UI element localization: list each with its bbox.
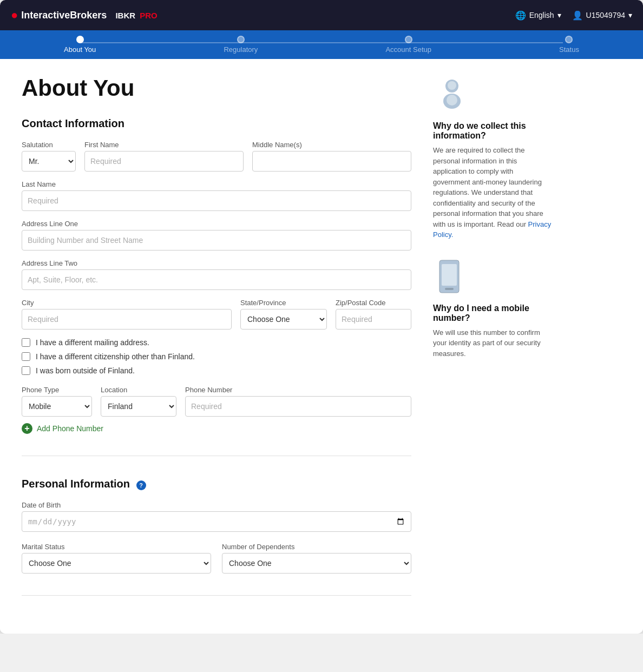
different-citizenship-checkbox[interactable] [22,352,30,361]
phone-number-input[interactable] [185,396,411,417]
phone-type-label: Phone Type [22,386,92,394]
phone-section: Phone Type Mobile Home Work Location Fin… [22,386,411,434]
dependents-group: Number of Dependents Choose One 0 1 2 3 … [222,543,411,574]
contact-section-title: Contact Information [22,117,411,130]
state-group: State/Province Choose One [240,299,327,330]
phone-icon [433,258,465,295]
page-title: About You [22,75,411,101]
user-label: U15049794 [586,11,625,19]
step-dot-status [565,36,573,43]
add-phone-icon: + [22,423,32,434]
sidebar-block1-text: We are required to collect the personal … [433,145,552,240]
sidebar-block1-title: Why do we collect this information? [433,121,552,141]
form-content: About You Contact Information Salutation… [22,75,411,617]
step-regulatory[interactable]: Regulatory [224,36,258,54]
lastname-group: Last Name [22,180,411,211]
dependents-label: Number of Dependents [222,543,411,551]
step-dot-about-you [76,36,84,43]
header-right: 🌐 English ▾ 👤 U15049794 ▾ [515,10,632,21]
dependents-select[interactable]: Choose One 0 1 2 3 4 5+ [222,553,411,574]
different-citizenship-label[interactable]: I have a different citizenship other tha… [36,352,195,361]
zip-group: Zip/Postal Code [336,299,411,330]
different-mailing-checkbox[interactable] [22,338,30,347]
progress-line [81,42,563,43]
dob-input[interactable] [22,511,411,532]
personal-section: Personal Information ? Date of Birth Mar… [22,478,411,596]
svg-point-2 [448,81,456,90]
name-row: Salutation Mr. Mrs. Ms. Dr. First Name [22,141,411,172]
svg-point-3 [447,95,457,106]
marital-dependents-row: Marital Status Choose One Single Married… [22,543,411,574]
step-label-status: Status [559,45,579,54]
lastname-input[interactable] [22,190,411,211]
add-phone-button[interactable]: + Add Phone Number [22,423,411,434]
dob-group: Date of Birth [22,501,411,532]
product-label: IBKR PRO [115,11,157,20]
sidebar-block-2: Why do I need a mobile number? We will u… [433,258,552,359]
checkboxes-group: I have a different mailing address. I ha… [22,338,411,375]
marital-group: Marital Status Choose One Single Married… [22,543,211,574]
city-state-zip-row: City State/Province Choose One Zip/Posta… [22,299,411,330]
salutation-select[interactable]: Mr. Mrs. Ms. Dr. [22,151,76,172]
personal-section-title: Personal Information ? [22,478,411,490]
step-status[interactable]: Status [559,36,579,54]
user-button[interactable]: 👤 U15049794 ▾ [572,10,632,21]
marital-select[interactable]: Choose One Single Married Divorced Widow… [22,553,211,574]
add-phone-label: Add Phone Number [37,424,103,433]
different-mailing-label[interactable]: I have a different mailing address. [36,338,149,347]
checkbox-row-2: I have a different citizenship other tha… [22,352,411,361]
language-label: English [529,11,554,19]
phone-location-group: Location Finland United States United Ki… [101,386,176,417]
step-label-account-setup: Account Setup [385,45,431,54]
address1-label: Address Line One [22,220,411,228]
contact-section: Contact Information Salutation Mr. Mrs. … [22,117,411,456]
middlename-group: Middle Name(s) [252,141,411,172]
city-group: City [22,299,232,330]
sidebar-block-1: Why do we collect this information? We a… [433,75,552,240]
logo-brand: InteractiveBrokers [21,10,107,21]
zip-input[interactable] [336,309,411,330]
middlename-input[interactable] [252,151,411,172]
address2-input[interactable] [22,269,411,290]
city-label: City [22,299,232,307]
step-dot-regulatory [237,36,245,43]
step-account-setup[interactable]: Account Setup [385,36,431,54]
logo: ● InteractiveBrokers [11,8,107,22]
address2-group: Address Line Two [22,259,411,290]
dob-label: Date of Birth [22,501,411,509]
checkbox-row-1: I have a different mailing address. [22,338,411,347]
progress-nav: About You Regulatory Account Setup Statu… [0,30,643,59]
state-label: State/Province [240,299,327,307]
user-chevron-icon: ▾ [628,11,632,19]
zip-label: Zip/Postal Code [336,299,411,307]
phone-number-label: Phone Number [185,386,411,394]
lastname-label: Last Name [22,180,411,188]
step-dot-account-setup [405,36,412,43]
user-icon: 👤 [572,10,583,21]
phone-row: Phone Type Mobile Home Work Location Fin… [22,386,411,417]
logo-dot: ● [11,8,18,22]
firstname-group: First Name [84,141,244,172]
phone-type-group: Phone Type Mobile Home Work [22,386,92,417]
step-label-about-you: About You [64,45,96,54]
step-about-you[interactable]: About You [64,36,96,54]
phone-number-group: Phone Number [185,386,411,417]
personal-help-icon[interactable]: ? [136,480,146,490]
phone-location-select[interactable]: Finland United States United Kingdom [101,396,176,417]
ibkr-label: IBKR [115,11,135,20]
sidebar-block2-title: Why do I need a mobile number? [433,304,552,323]
born-outside-label[interactable]: I was born outside of Finland. [36,366,135,375]
born-outside-checkbox[interactable] [22,366,30,375]
address1-group: Address Line One [22,220,411,251]
firstname-input[interactable] [84,151,244,172]
address2-label: Address Line Two [22,259,411,267]
city-input[interactable] [22,309,232,330]
phone-type-select[interactable]: Mobile Home Work [22,396,92,417]
middlename-label: Middle Name(s) [252,141,411,149]
globe-icon: 🌐 [515,10,526,21]
language-button[interactable]: 🌐 English ▾ [515,10,561,21]
phone-location-label: Location [101,386,176,394]
state-select[interactable]: Choose One [240,309,327,330]
address1-input[interactable] [22,230,411,251]
main-content: About You Contact Information Salutation… [0,59,643,634]
